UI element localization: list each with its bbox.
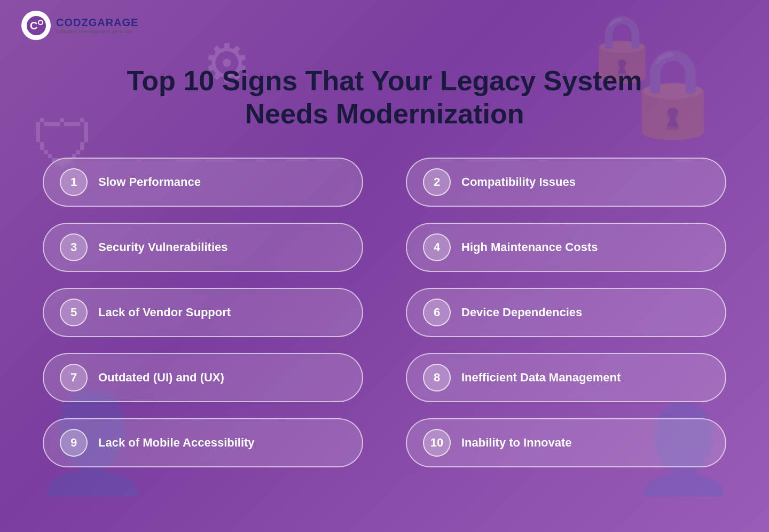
item-pill-7: 7Outdated (UI) and (UX) — [43, 353, 363, 402]
title-line2: Needs Modernization — [127, 97, 642, 130]
item-number-6: 6 — [423, 299, 451, 326]
item-number-2: 2 — [423, 168, 451, 196]
title-section: Top 10 Signs That Your Legacy System Nee… — [127, 64, 642, 131]
item-label-9: Lack of Mobile Accessibility — [98, 436, 255, 450]
item-label-1: Slow Performance — [98, 175, 201, 189]
item-number-4: 4 — [423, 233, 451, 261]
header: C CODZGARAGE Software Development Servic… — [21, 11, 138, 40]
logo-text: CODZGARAGE Software Development Services — [56, 17, 138, 34]
item-label-3: Security Vulnerabilities — [98, 240, 228, 254]
item-pill-10: 10Inability to Innovate — [406, 418, 726, 467]
item-number-3: 3 — [60, 233, 88, 261]
item-pill-9: 9Lack of Mobile Accessibility — [43, 418, 363, 467]
logo-name: CODZGARAGE — [56, 17, 138, 29]
item-pill-8: 8Inefficient Data Management — [406, 353, 726, 402]
item-label-10: Inability to Innovate — [461, 436, 572, 450]
title-line1: Top 10 Signs That Your Legacy System — [127, 64, 642, 97]
item-number-9: 9 — [60, 429, 88, 457]
logo-container: C CODZGARAGE Software Development Servic… — [21, 11, 138, 40]
item-number-10: 10 — [423, 429, 451, 457]
svg-text:C: C — [30, 20, 37, 32]
item-label-6: Device Dependencies — [461, 306, 582, 319]
logo-subtitle: Software Development Services — [56, 29, 138, 34]
item-pill-5: 5Lack of Vendor Support — [43, 288, 363, 337]
logo-icon: C — [21, 11, 51, 40]
item-label-2: Compatibility Issues — [461, 175, 576, 189]
item-label-5: Lack of Vendor Support — [98, 306, 231, 319]
item-pill-3: 3Security Vulnerabilities — [43, 223, 363, 272]
item-pill-1: 1Slow Performance — [43, 158, 363, 207]
item-pill-6: 6Device Dependencies — [406, 288, 726, 337]
item-label-8: Inefficient Data Management — [461, 371, 621, 385]
item-number-1: 1 — [60, 168, 88, 196]
item-pill-4: 4High Maintenance Costs — [406, 223, 726, 272]
item-number-8: 8 — [423, 364, 451, 392]
item-number-5: 5 — [60, 299, 88, 326]
item-label-7: Outdated (UI) and (UX) — [98, 371, 224, 385]
item-pill-2: 2Compatibility Issues — [406, 158, 726, 207]
items-grid: 1Slow Performance2Compatibility Issues3S… — [43, 158, 726, 467]
item-label-4: High Maintenance Costs — [461, 240, 598, 254]
main-content: Top 10 Signs That Your Legacy System Nee… — [0, 53, 769, 532]
item-number-7: 7 — [60, 364, 88, 392]
svg-point-3 — [39, 21, 42, 24]
main-title: Top 10 Signs That Your Legacy System Nee… — [127, 64, 642, 131]
